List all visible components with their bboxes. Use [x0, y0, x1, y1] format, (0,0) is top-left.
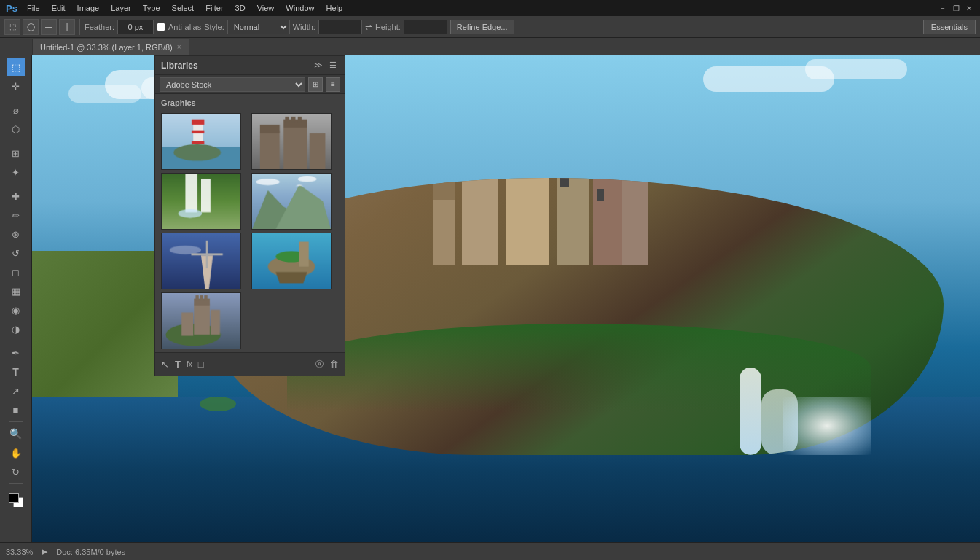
canvas-area: Libraries ≫ ☰ Adobe Stock My Library ⊞ ≡… — [32, 55, 980, 542]
menu-3d[interactable]: 3D — [230, 2, 251, 14]
pen-tool-btn[interactable]: ✒ — [7, 344, 25, 362]
blur-tool-btn[interactable]: ◉ — [7, 301, 25, 319]
svg-rect-3 — [442, 178, 447, 183]
menu-layer[interactable]: Layer — [106, 2, 136, 14]
feather-input[interactable] — [117, 20, 154, 34]
maximize-button[interactable]: ❐ — [951, 3, 961, 13]
top-toolbar: ⬚ ◯ ― | Feather: Anti-alias Style: Norma… — [0, 16, 980, 38]
color-swatches — [4, 490, 28, 510]
crop-tool-btn[interactable]: ⊞ — [7, 144, 25, 162]
toolbar-separator-3 — [9, 184, 23, 184]
lib-source-row: Adobe Stock My Library ⊞ ≡ — [155, 75, 345, 94]
lib-source-select[interactable]: Adobe Stock My Library — [160, 77, 305, 92]
lib-thumb-mountains[interactable] — [251, 173, 332, 230]
svg-rect-2 — [434, 178, 440, 183]
single-row-btn[interactable]: ― — [41, 19, 57, 35]
close-tab-btn[interactable]: × — [177, 43, 181, 51]
close-button[interactable]: ✕ — [964, 3, 974, 13]
menu-view[interactable]: View — [252, 2, 280, 14]
path-select-btn[interactable]: ↗ — [7, 382, 25, 400]
lib-type-icon[interactable]: T — [175, 359, 181, 370]
height-input[interactable] — [404, 20, 447, 34]
essentials-button[interactable]: Essentials — [923, 20, 976, 34]
eraser-tool-btn[interactable]: ◻ — [7, 263, 25, 281]
toolbar-separator-5 — [9, 421, 23, 422]
lib-place-icon[interactable]: ↖ — [161, 359, 169, 370]
libraries-panel: Libraries ≫ ☰ Adobe Stock My Library ⊞ ≡… — [154, 55, 345, 376]
lib-thumb-floating-island[interactable] — [251, 233, 332, 289]
clone-tool-btn[interactable]: ⊛ — [7, 225, 25, 243]
hand-tool-btn[interactable]: ✋ — [7, 444, 25, 462]
toolbar-separator-2 — [9, 141, 23, 141]
cloud-4 — [805, 59, 907, 79]
dodge-tool-btn[interactable]: ◑ — [7, 320, 25, 338]
rotate-view-btn[interactable]: ↻ — [7, 463, 25, 481]
ps-logo: Ps — [6, 3, 17, 14]
svg-rect-20 — [560, 178, 569, 187]
type-tool-btn[interactable]: T — [7, 363, 25, 381]
marquee-tool-btn[interactable]: ⬚ — [7, 58, 25, 76]
waterfall-stream — [740, 368, 761, 455]
history-tool-btn[interactable]: ↺ — [7, 244, 25, 262]
lib-header-controls: ≫ ☰ — [313, 60, 339, 71]
minimize-button[interactable]: − — [938, 3, 948, 13]
menu-filter[interactable]: Filter — [200, 2, 228, 14]
lib-expand-icon[interactable]: ≫ — [313, 60, 324, 71]
lib-new-group-icon[interactable]: □ — [198, 359, 204, 370]
doc-tab-title: Untitled-1 @ 33.3% (Layer 1, RGB/8) — [40, 43, 173, 52]
lib-fx-icon[interactable]: fx — [187, 360, 192, 368]
gradient-tool-btn[interactable]: ▦ — [7, 282, 25, 300]
lib-thumb-waterfall[interactable] — [161, 173, 241, 230]
menu-window[interactable]: Window — [281, 2, 319, 14]
menu-select[interactable]: Select — [167, 2, 200, 14]
lib-thumb-lighthouse[interactable] — [161, 113, 241, 170]
castle-top — [433, 178, 651, 265]
lib-thumb-castle-hill[interactable] — [161, 292, 241, 349]
document-tab[interactable]: Untitled-1 @ 33.3% (Layer 1, RGB/8) × — [32, 39, 189, 55]
menu-edit[interactable]: Edit — [47, 2, 71, 14]
lib-menu-icon[interactable]: ☰ — [327, 60, 339, 71]
toolbar-separator-4 — [9, 341, 23, 341]
lib-adobe-stock-icon[interactable]: Ⓐ — [315, 359, 324, 370]
status-arrow[interactable]: ▶ — [42, 547, 47, 556]
foreground-color-swatch[interactable] — [9, 493, 19, 503]
lib-section-graphics: Graphics — [155, 94, 345, 110]
quick-select-tool-btn[interactable]: ⬡ — [7, 120, 25, 138]
lib-footer-right: Ⓐ 🗑 — [315, 359, 339, 370]
lib-delete-icon[interactable]: 🗑 — [329, 359, 339, 370]
refine-edge-button[interactable]: Refine Edge... — [450, 20, 514, 34]
menu-type[interactable]: Type — [138, 2, 165, 14]
svg-rect-0 — [433, 192, 455, 265]
style-select[interactable]: Normal Fixed Ratio Fixed Size — [227, 20, 290, 34]
waterfall-splash — [783, 397, 871, 455]
anti-alias-label: Anti-alias — [168, 23, 201, 31]
lib-thumb-windmill[interactable] — [161, 233, 241, 289]
lib-panel-footer: ↖ T fx □ Ⓐ 🗑 — [155, 352, 345, 376]
lasso-tool-btn[interactable]: ⌀ — [7, 101, 25, 119]
width-label: Width: — [293, 23, 315, 31]
swap-dimensions-icon[interactable]: ⇌ — [365, 22, 372, 32]
eyedropper-tool-btn[interactable]: ✦ — [7, 163, 25, 181]
tab-bar: Untitled-1 @ 33.3% (Layer 1, RGB/8) × — [0, 38, 980, 55]
lib-thumb-castle-ruins[interactable] — [251, 113, 332, 170]
shape-tool-btn[interactable]: ■ — [7, 401, 25, 419]
lib-list-view-btn[interactable]: ≡ — [326, 77, 340, 92]
single-col-btn[interactable]: | — [59, 19, 75, 35]
anti-alias-checkbox[interactable] — [157, 23, 165, 31]
heal-tool-btn[interactable]: ✚ — [7, 187, 25, 205]
lib-grid-view-btn[interactable]: ⊞ — [308, 77, 323, 92]
toolbar-separator-6 — [9, 483, 23, 484]
zoom-tool-btn[interactable]: 🔍 — [7, 425, 25, 443]
menu-file[interactable]: File — [22, 2, 45, 14]
distant-island — [200, 397, 236, 411]
brush-tool-btn[interactable]: ✏ — [7, 206, 25, 224]
ellipse-marquee-btn[interactable]: ◯ — [23, 19, 39, 35]
menu-image[interactable]: Image — [72, 2, 105, 14]
width-input[interactable] — [318, 20, 362, 34]
rect-marquee-btn[interactable]: ⬚ — [4, 19, 20, 35]
marquee-tool-options: ⬚ ◯ ― | — [4, 19, 80, 35]
svg-rect-4 — [449, 178, 455, 183]
menu-help[interactable]: Help — [321, 2, 348, 14]
move-tool-btn[interactable]: ✛ — [7, 77, 25, 95]
lib-panel-title: Libraries — [161, 61, 198, 71]
